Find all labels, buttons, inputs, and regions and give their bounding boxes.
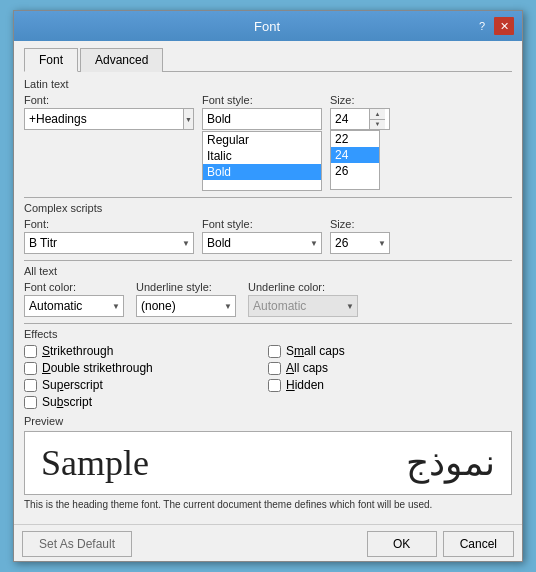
complex-size-select[interactable]: 26 xyxy=(330,232,390,254)
all-caps-row: All caps xyxy=(268,361,512,375)
button-bar: Set As Default OK Cancel xyxy=(14,524,522,561)
size-option-24[interactable]: 24 xyxy=(331,147,379,163)
subscript-row: Subscript xyxy=(24,395,268,409)
hidden-label: Hidden xyxy=(286,378,324,392)
small-caps-checkbox[interactable] xyxy=(268,345,281,358)
title-bar: Font ? ✕ xyxy=(14,11,522,41)
effects-col-2: Small caps All caps Hidden xyxy=(268,344,512,409)
effects-col-1: Strikethrough Double strikethrough Super… xyxy=(24,344,268,409)
double-strikethrough-checkbox[interactable] xyxy=(24,362,37,375)
dialog-title: Font xyxy=(62,19,472,34)
style-option-italic[interactable]: Italic xyxy=(203,148,321,164)
superscript-checkbox[interactable] xyxy=(24,379,37,392)
font-label: Font: xyxy=(24,94,194,106)
complex-style-select-wrapper: Bold xyxy=(202,232,322,254)
style-list[interactable]: Regular Italic Bold xyxy=(202,131,322,191)
preview-label: Preview xyxy=(24,415,512,427)
tab-advanced[interactable]: Advanced xyxy=(80,48,163,72)
size-input-wrapper[interactable]: ▲ ▼ xyxy=(330,108,390,130)
effects-label: Effects xyxy=(24,328,512,340)
all-caps-label: All caps xyxy=(286,361,328,375)
preview-description: This is the heading theme font. The curr… xyxy=(24,499,512,510)
size-list[interactable]: 22 24 26 xyxy=(330,130,380,190)
strikethrough-label: Strikethrough xyxy=(42,344,113,358)
font-color-select[interactable]: Automatic xyxy=(24,295,124,317)
ok-cancel-group: OK Cancel xyxy=(367,531,514,557)
complex-scripts-row: Font: B Titr Font style: Bold Size: xyxy=(24,218,512,254)
dialog-content: Font Advanced Latin text Font: ▼ Font st… xyxy=(14,41,522,524)
ok-button[interactable]: OK xyxy=(367,531,437,557)
style-option-bold[interactable]: Bold xyxy=(203,164,321,180)
superscript-row: Superscript xyxy=(24,378,268,392)
complex-font-select[interactable]: B Titr xyxy=(24,232,194,254)
strikethrough-checkbox[interactable] xyxy=(24,345,37,358)
strikethrough-row: Strikethrough xyxy=(24,344,268,358)
latin-text-row: Font: ▼ Font style: ▼ Regular Italic Bol… xyxy=(24,94,512,191)
font-color-select-wrapper: Automatic xyxy=(24,295,124,317)
all-text-row: Font color: Automatic Underline style: (… xyxy=(24,281,512,317)
font-color-label: Font color: xyxy=(24,281,124,293)
underline-color-select-wrapper: Automatic xyxy=(248,295,358,317)
complex-size-select-wrapper: 26 xyxy=(330,232,390,254)
style-field-group: Font style: ▼ Regular Italic Bold xyxy=(202,94,322,191)
title-bar-controls: ? ✕ xyxy=(472,17,514,35)
hidden-row: Hidden xyxy=(268,378,512,392)
size-up-arrow[interactable]: ▲ xyxy=(370,109,385,120)
underline-color-select[interactable]: Automatic xyxy=(248,295,358,317)
effects-section: Strikethrough Double strikethrough Super… xyxy=(24,344,512,409)
size-label: Size: xyxy=(330,94,390,106)
underline-color-label: Underline color: xyxy=(248,281,358,293)
complex-font-label: Font: xyxy=(24,218,194,230)
hidden-checkbox[interactable] xyxy=(268,379,281,392)
preview-box: Sample نموذج xyxy=(24,431,512,495)
style-input-wrapper[interactable]: ▼ xyxy=(202,108,322,130)
size-arrows: ▲ ▼ xyxy=(369,109,385,129)
size-option-26[interactable]: 26 xyxy=(331,163,379,179)
double-strikethrough-label: Double strikethrough xyxy=(42,361,153,375)
complex-size-field-group: Size: 26 xyxy=(330,218,390,254)
underline-style-select-wrapper: (none) xyxy=(136,295,236,317)
size-option-22[interactable]: 22 xyxy=(331,131,379,147)
tabs-container: Font Advanced xyxy=(24,47,512,72)
underline-style-select[interactable]: (none) xyxy=(136,295,236,317)
superscript-label: Superscript xyxy=(42,378,103,392)
font-dropdown-arrow[interactable]: ▼ xyxy=(183,109,193,129)
underline-color-group: Underline color: Automatic xyxy=(248,281,358,317)
divider-2 xyxy=(24,260,512,261)
complex-style-field-group: Font style: Bold xyxy=(202,218,322,254)
font-dialog: Font ? ✕ Font Advanced Latin text Font: xyxy=(13,10,523,562)
style-input[interactable] xyxy=(203,109,322,129)
set-default-button[interactable]: Set As Default xyxy=(22,531,132,557)
font-input[interactable] xyxy=(25,109,183,129)
font-field-group: Font: ▼ xyxy=(24,94,194,131)
cancel-button[interactable]: Cancel xyxy=(443,531,514,557)
complex-style-select[interactable]: Bold xyxy=(202,232,322,254)
size-field-group: Size: ▲ ▼ 22 24 26 xyxy=(330,94,390,190)
size-down-arrow[interactable]: ▼ xyxy=(370,120,385,130)
help-button[interactable]: ? xyxy=(472,17,492,35)
divider-1 xyxy=(24,197,512,198)
preview-arabic-text: نموذج xyxy=(406,442,495,484)
font-input-wrapper[interactable]: ▼ xyxy=(24,108,194,130)
complex-style-label: Font style: xyxy=(202,218,322,230)
subscript-label: Subscript xyxy=(42,395,92,409)
size-input[interactable] xyxy=(331,109,369,129)
style-option-regular[interactable]: Regular xyxy=(203,132,321,148)
tab-font[interactable]: Font xyxy=(24,48,78,72)
underline-style-group: Underline style: (none) xyxy=(136,281,236,317)
double-strikethrough-row: Double strikethrough xyxy=(24,361,268,375)
complex-size-label: Size: xyxy=(330,218,390,230)
complex-scripts-label: Complex scripts xyxy=(24,202,512,214)
all-text-label: All text xyxy=(24,265,512,277)
divider-3 xyxy=(24,323,512,324)
all-caps-checkbox[interactable] xyxy=(268,362,281,375)
style-label: Font style: xyxy=(202,94,322,106)
small-caps-row: Small caps xyxy=(268,344,512,358)
font-color-group: Font color: Automatic xyxy=(24,281,124,317)
preview-sample-text: Sample xyxy=(41,442,149,484)
complex-font-select-wrapper: B Titr xyxy=(24,232,194,254)
close-button[interactable]: ✕ xyxy=(494,17,514,35)
subscript-checkbox[interactable] xyxy=(24,396,37,409)
underline-style-label: Underline style: xyxy=(136,281,236,293)
small-caps-label: Small caps xyxy=(286,344,345,358)
